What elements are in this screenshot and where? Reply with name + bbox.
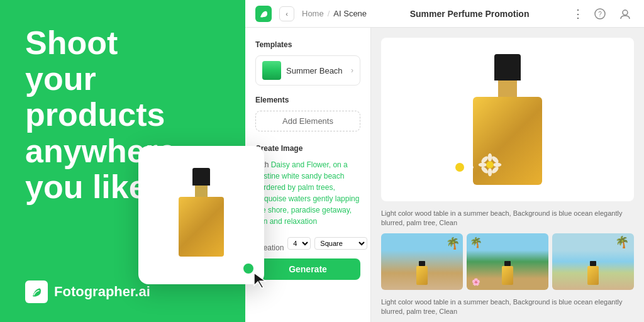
svg-point-18 bbox=[493, 163, 501, 167]
headline-line4: you like. bbox=[25, 169, 156, 205]
svg-point-6 bbox=[457, 171, 462, 181]
svg-point-23 bbox=[486, 161, 494, 169]
headline-line2: your products bbox=[25, 60, 165, 133]
svg-point-7 bbox=[446, 165, 456, 170]
create-image-section-label: Create Image bbox=[255, 144, 360, 153]
breadcrumb: Home / AI Scene bbox=[302, 9, 367, 18]
canvas-main[interactable] bbox=[381, 38, 634, 201]
elements-section-label: Elements bbox=[255, 96, 360, 104]
product-card-overlay bbox=[138, 146, 264, 284]
svg-point-17 bbox=[479, 163, 487, 167]
generation-controls: e Creation 4 2 6 Square Portrait Landsca… bbox=[255, 235, 360, 252]
bottle-body bbox=[179, 197, 224, 257]
app-icon bbox=[255, 6, 272, 22]
svg-point-13 bbox=[455, 163, 464, 172]
template-thumbnail bbox=[262, 61, 281, 80]
bottle-neck-large bbox=[498, 80, 517, 97]
top-bar: ‹ Home / AI Scene Summer Perfume Promoti… bbox=[245, 0, 644, 28]
brand-logo bbox=[25, 280, 48, 303]
bottle-cap-large bbox=[494, 54, 521, 80]
result-item-3[interactable]: 🌴 bbox=[552, 233, 634, 290]
svg-point-5 bbox=[457, 153, 462, 164]
bottle-neck bbox=[195, 186, 208, 197]
user-button[interactable] bbox=[616, 5, 634, 23]
right-panel: ‹ Home / AI Scene Summer Perfume Promoti… bbox=[245, 0, 644, 322]
prompt-highlight: Daisy and Flower, on a pristine white sa… bbox=[255, 160, 359, 226]
bottle-cap bbox=[192, 168, 210, 186]
breadcrumb-current: AI Scene bbox=[333, 9, 367, 18]
breadcrumb-home[interactable]: Home bbox=[302, 9, 324, 18]
mini-bottle-1 bbox=[416, 266, 428, 285]
template-summer-beach[interactable]: Summer Beach › bbox=[255, 55, 360, 86]
mini-bottle-3 bbox=[587, 266, 599, 285]
daisy-decoration bbox=[445, 152, 502, 182]
result-label-1: Light color wood table in a summer beach… bbox=[381, 209, 634, 228]
main-content: Templates Summer Beach › Elements Add El… bbox=[245, 28, 644, 322]
svg-point-8 bbox=[464, 165, 474, 170]
help-button[interactable]: ? bbox=[591, 5, 609, 23]
prompt-text: with Daisy and Flower, on a pristine whi… bbox=[255, 159, 360, 227]
breadcrumb-separator: / bbox=[328, 9, 330, 18]
daisy-1 bbox=[445, 152, 475, 182]
daisy-2 bbox=[477, 152, 502, 177]
svg-point-3 bbox=[623, 10, 628, 15]
brand-name: Fotographer.ai bbox=[54, 284, 150, 300]
svg-point-15 bbox=[488, 153, 492, 162]
svg-marker-0 bbox=[254, 273, 265, 288]
cursor-icon bbox=[252, 272, 269, 289]
count-select[interactable]: 4 2 6 bbox=[287, 237, 311, 250]
left-panel: Shoot your products anywhere you like. F… bbox=[0, 0, 245, 322]
logo-svg bbox=[30, 285, 43, 299]
top-bar-actions: ⋮ ? bbox=[572, 5, 634, 23]
shape-select[interactable]: Square Portrait Landscape bbox=[314, 237, 367, 250]
templates-section-label: Templates bbox=[255, 40, 360, 49]
page-title: Summer Perfume Promotion bbox=[374, 9, 565, 19]
mini-bottle-2 bbox=[502, 266, 513, 285]
result-item-1[interactable]: 🌴 bbox=[381, 233, 463, 290]
results-grid: 🌴 🌴 🌸 🌴 bbox=[381, 233, 634, 290]
result-label-2: Light color wood table in a summer beach… bbox=[381, 297, 634, 317]
canvas-area[interactable]: Light color wood table in a summer beach… bbox=[371, 28, 644, 322]
result-item-2[interactable]: 🌴 🌸 bbox=[467, 233, 548, 290]
dots-menu-icon[interactable]: ⋮ bbox=[572, 7, 584, 21]
template-name: Summer Beach bbox=[286, 66, 346, 75]
add-elements-button[interactable]: Add Elements bbox=[255, 111, 360, 131]
template-arrow-icon: › bbox=[351, 66, 353, 75]
back-button[interactable]: ‹ bbox=[279, 6, 294, 21]
perfume-bottle-small bbox=[173, 168, 230, 262]
svg-text:?: ? bbox=[598, 11, 602, 18]
generate-button[interactable]: Generate bbox=[255, 258, 360, 280]
svg-point-16 bbox=[488, 168, 492, 176]
headline-line1: Shoot bbox=[25, 25, 118, 61]
create-image-section: with Daisy and Flower, on a pristine whi… bbox=[255, 159, 360, 280]
